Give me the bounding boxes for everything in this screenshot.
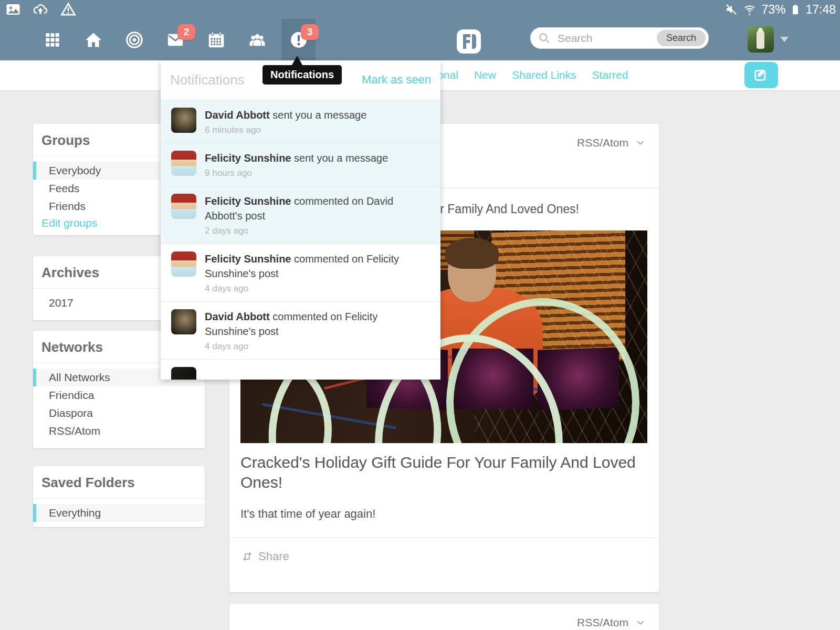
search-input[interactable] [556,32,653,45]
post-title[interactable]: Cracked's Holiday Gift Guide For Your Fa… [240,453,646,492]
post-card: RSS/Atom [229,604,659,630]
nav-apps[interactable] [40,19,65,60]
avatar-felicity-sunshine [171,251,196,277]
image-shape [448,243,496,302]
notifications-badge: 3 [301,24,319,40]
notification-body: Felicity Sunshine sent you a message 9 h… [205,151,430,178]
avatar-felicity-sunshine [171,194,196,219]
cloud-upload-icon [32,2,49,17]
clock: 17:48 [805,3,836,17]
notification-item[interactable]: Felicity Sunshine commented on David Abb… [161,186,440,244]
friendica-network-page: 73% 17:48 2 [0,0,840,630]
main-nav-icons: 2 3 [40,19,327,60]
wifi-icon [743,3,757,16]
mute-icon [724,3,738,16]
notification-actor: Felicity Sunshine [205,253,291,265]
post-source[interactable]: RSS/Atom [577,616,646,629]
status-right-cluster: 73% 17:48 [724,0,836,19]
tab-starred[interactable]: Starred [592,69,628,81]
chevron-down-icon [635,617,646,628]
post-source-label: RSS/Atom [577,616,628,629]
notifications-title: Notifications [170,72,245,88]
notification-body: David Abbott commented on Felicity Sunsh… [205,309,430,352]
network-item-diaspora[interactable]: Diaspora [33,404,205,422]
notification-actor: David Abbott [205,311,270,322]
saved-folders-card: Saved Folders Everything [33,466,205,527]
notification-time: 9 hours ago [205,168,430,178]
target-icon [125,30,144,49]
status-left-icons [5,2,77,17]
notification-time: 2 days ago [205,226,430,236]
retweet-icon [240,550,254,563]
battery-icon [790,3,801,16]
user-avatar[interactable] [748,26,774,52]
avatar [171,367,196,380]
apps-grid-icon [44,31,61,49]
notification-body: Felicity Sunshine commented on Felicity … [205,251,430,294]
notification-body [205,367,430,380]
search-bar: Search [530,27,709,49]
avatar-felicity-sunshine [171,151,196,176]
saved-folders-title: Saved Folders [33,466,205,498]
notification-actor: Felicity Sunshine [205,195,291,207]
saved-folders-list: Everything [33,499,205,528]
mark-as-seen-link[interactable]: Mark as seen [362,73,431,87]
notification-item[interactable] [161,359,440,380]
notifications-tooltip: Notifications [262,65,342,85]
search-button[interactable]: Search [657,30,706,46]
tab-shared-links[interactable]: Shared Links [512,69,576,81]
post-source-label: RSS/Atom [577,136,628,149]
notification-time: 4 days ago [205,341,430,352]
notification-item[interactable]: Felicity Sunshine commented on Felicity … [161,244,440,301]
notification-item[interactable]: David Abbott sent you a message 6 minute… [161,100,440,143]
nav-community[interactable] [122,19,147,60]
notifications-dropdown: Notifications Mark as seen David Abbott … [161,60,440,380]
avatar-david-abbott [171,309,196,334]
notification-time: 4 days ago [205,284,430,294]
notification-body: David Abbott sent you a message 6 minute… [205,108,430,135]
warning-icon [60,2,77,17]
avatar-image-shape [757,30,764,49]
divider [229,538,659,538]
nav-messages[interactable]: 2 [163,19,188,60]
nav-notifications[interactable]: 3 [281,19,316,60]
post-header: RSS/Atom [229,604,659,630]
contacts-icon [247,31,267,49]
messages-badge: 2 [177,24,195,40]
friendica-logo[interactable] [457,29,481,54]
avatar-image-shape [758,28,763,33]
network-item-rss-atom[interactable]: RSS/Atom [33,422,205,440]
notification-actor: David Abbott [205,109,270,121]
top-bar: 73% 17:48 2 [0,0,840,60]
notification-text: sent you a message [270,109,367,121]
compose-button[interactable] [744,62,778,88]
nav-events[interactable] [204,19,229,60]
search-icon [538,32,551,45]
screenshot-icon [5,2,21,17]
compose-pencil-icon [753,67,769,83]
friendica-logo-glyph [457,29,481,54]
post-source[interactable]: RSS/Atom [577,136,646,149]
notification-time: 6 minutes ago [205,125,430,135]
nav-home[interactable] [81,19,106,60]
notification-item[interactable]: Felicity Sunshine sent you a message 9 h… [161,143,440,186]
share-action[interactable]: Share [240,550,659,563]
tooltip-arrow [292,56,302,65]
notification-actor: Felicity Sunshine [205,152,291,164]
android-status-bar: 73% 17:48 [0,0,840,19]
share-label: Share [258,550,289,563]
calendar-icon [207,30,226,49]
nav-contacts[interactable] [245,19,270,60]
tab-new[interactable]: New [474,69,496,81]
notification-text: sent you a message [291,152,388,164]
battery-percent: 73% [761,3,785,17]
tabs: Personal New Shared Links Starred [415,60,628,90]
notification-item[interactable]: David Abbott commented on Felicity Sunsh… [161,301,440,359]
post-body-text: It's that time of year again! [240,507,646,521]
avatar-david-abbott [171,108,196,133]
user-menu-caret-icon[interactable] [780,37,789,42]
home-icon [84,30,103,49]
chevron-down-icon [635,137,646,149]
folder-item-everything[interactable]: Everything [33,504,205,522]
network-item-friendica[interactable]: Friendica [33,386,205,404]
